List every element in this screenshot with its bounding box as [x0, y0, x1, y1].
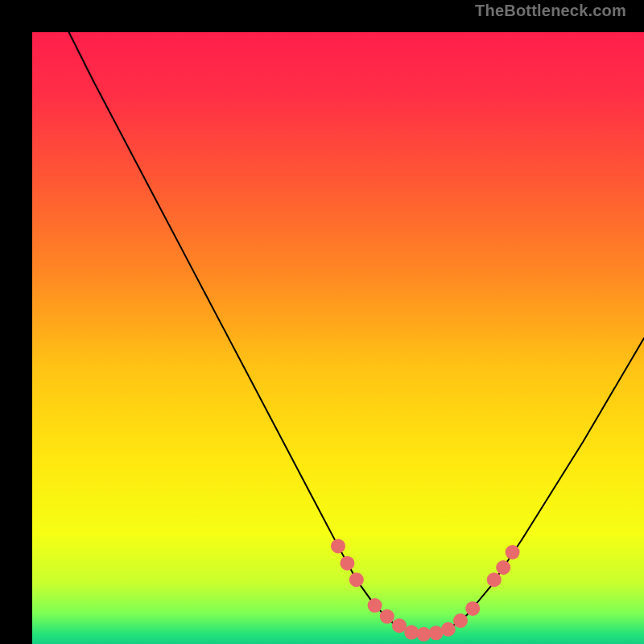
highlight-dot: [349, 572, 364, 587]
highlight-dot: [429, 625, 444, 640]
highlight-dot: [487, 572, 502, 587]
highlight-dot: [416, 627, 431, 642]
highlight-dot: [465, 601, 480, 616]
highlight-dot: [496, 560, 510, 575]
plot-area: [32, 32, 644, 644]
bottleneck-curve-path: [69, 32, 644, 634]
highlight-dot: [380, 609, 394, 624]
bottleneck-curve: [32, 32, 644, 644]
highlight-dot: [441, 622, 456, 637]
highlight-dot: [453, 613, 468, 628]
highlight-dot: [506, 545, 520, 559]
highlight-dot: [392, 618, 407, 633]
chart-frame: [16, 16, 628, 628]
highlight-dot: [404, 625, 419, 640]
highlight-dot: [331, 539, 345, 553]
highlight-dot: [340, 556, 354, 571]
watermark-text: TheBottleneck.com: [475, 2, 626, 20]
highlight-dot: [368, 598, 382, 613]
